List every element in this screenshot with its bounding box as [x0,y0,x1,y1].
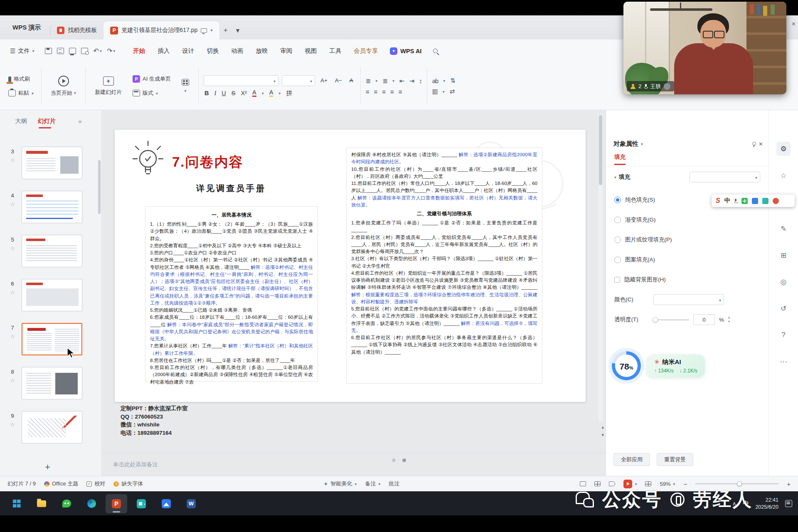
edit-icon[interactable]: ✎ [776,222,791,236]
slide-thumbnail-6[interactable] [22,279,82,311]
bullet-list-button[interactable]: ≣ [366,77,371,85]
star-icon[interactable]: ☆ [10,377,15,384]
zoom-level[interactable]: 59%▾ [660,481,675,487]
hide-background-row[interactable]: 隐藏背景图形(H) [614,270,760,290]
font-family-select[interactable]: ▾ [204,75,278,86]
nami-ai-bubble[interactable]: ✳ 纳米AI ↑ 134K/s ↓ 2.1K/s [647,355,705,377]
slide-thumbnail-8[interactable] [22,367,82,399]
ime-language-icon[interactable]: 中 [724,197,730,204]
play-from-current-button[interactable]: 当页开始▾ [47,66,80,106]
next-slide-button[interactable]: ▾ [601,432,604,438]
decrease-font-button[interactable]: A− [333,76,344,84]
italic-button[interactable]: I [214,90,216,97]
powerpoint-button[interactable]: P [106,494,127,513]
theme-button[interactable]: Office 主题 [44,480,78,488]
document-tab[interactable]: P 党建引领基层社会治理617.pp • [103,21,219,39]
tools-icon[interactable] [762,198,768,204]
strikethrough-button[interactable]: S [232,90,236,96]
transparency-stepper[interactable]: ▴▾ [728,316,730,323]
slide-sorter-button[interactable] [594,481,601,486]
panel-scrollbar[interactable] [98,160,101,214]
reset-background-button[interactable]: 重置背景 [657,453,693,466]
save-icon[interactable] [45,48,52,54]
transparency-value-input[interactable]: 0 [693,314,715,325]
floating-ime-toolbar[interactable]: S 中 [712,195,795,207]
menu-tab-8[interactable]: 视图 [299,44,322,58]
numbered-list-button[interactable]: ≣ [382,77,387,85]
menu-tab-1[interactable]: 开始 [128,44,150,58]
star-icon[interactable]: ☆ [10,333,15,340]
menu-tab-4[interactable]: 切换 [201,44,224,58]
menu-tab-5[interactable]: 动画 [226,44,249,58]
line-spacing-button[interactable]: ↕ [419,77,422,84]
tab-outline[interactable]: 大纲 [15,117,27,125]
print-icon[interactable] [69,48,76,54]
window-close-button[interactable]: × [792,20,796,28]
grid-gallery-icon[interactable]: ⊞ [776,248,791,262]
fill-option[interactable]: 图片或纹理填充(P) [614,230,760,250]
slider-knob[interactable] [653,317,658,323]
record-icon[interactable] [773,198,779,204]
fill-section-label[interactable]: ▾填充 [614,173,630,181]
bold-button[interactable]: B [204,90,209,96]
voice-input-icon[interactable] [734,199,737,203]
undo-button[interactable]: ↶▾ [93,47,101,55]
export-icon[interactable] [57,48,64,54]
justify-button[interactable]: ≡ [390,88,394,95]
questionnaire-textbox-right[interactable]: 村保障房 ⑧村改居社区 ⑨其他（请注明）______ 解答：选项②新建商品房指2… [346,148,542,384]
fill-tab[interactable]: 填充 [614,153,626,165]
slide-thumbnail-9[interactable] [22,411,82,443]
apply-all-button[interactable]: 全部应用 [613,453,650,466]
radio-icon[interactable] [614,217,621,223]
distribute-button[interactable]: ≡ [399,88,402,95]
transparency-slider[interactable] [653,319,689,320]
menu-tab-6[interactable]: 放映 [250,44,273,58]
radio-icon[interactable] [614,236,621,243]
add-slide-button[interactable]: + [45,462,50,473]
more-icon[interactable]: ⋯ [776,355,791,369]
superscript-button[interactable]: X² [241,90,247,96]
fill-option[interactable]: 渐变填充(G) [614,210,760,230]
normal-view-button[interactable] [580,481,586,486]
highlight-button[interactable]: A [269,89,273,97]
font-color-button[interactable]: A [252,89,256,97]
checkbox-icon[interactable] [614,277,620,283]
slide-thumbnail-5[interactable] [22,235,82,267]
star-icon[interactable]: ☆ [10,289,15,296]
edge-button[interactable] [81,494,102,513]
layout-button[interactable]: 版式▾ [130,88,173,99]
radio-icon[interactable] [614,256,621,263]
file-menu-button[interactable]: ☰ 文件 ▾ [6,45,38,57]
search-button[interactable] [428,45,443,57]
columns-button[interactable]: ▥ [432,88,438,95]
paste-button[interactable]: 粘贴▾ [6,88,36,99]
redo-button[interactable]: ↷▾ [107,47,115,55]
cloud-app-button[interactable] [155,494,177,513]
radio-icon[interactable] [614,197,621,203]
selection-icon[interactable]: ◎ [776,275,791,289]
taskbar-clock[interactable]: 22:41 2025/6/20 [755,497,778,511]
star-icon[interactable]: ☆ [10,245,15,251]
chevron-down-icon[interactable]: ▾ [641,142,643,146]
comments-button[interactable]: 批注 [389,480,399,488]
menu-tab-10[interactable]: 会员专享 [348,44,383,58]
text-tools-button[interactable]: ⇄ [450,88,455,95]
align-left-button[interactable]: ≡ [366,88,369,95]
object-properties-icon[interactable]: ⚙ [776,142,791,156]
history-icon[interactable]: ↺ [776,301,791,315]
vertical-text-button[interactable]: ⇅ [450,77,455,84]
start-button[interactable] [6,494,27,513]
star-icon[interactable]: ☆ [776,168,791,182]
proofing-button[interactable]: ✓校对 [86,480,105,488]
ai-generate-button[interactable]: PAI 生成单页 [130,74,173,84]
beautify-button[interactable]: ✦智能美化▾ [323,480,357,488]
star-icon[interactable]: ☆ [10,201,15,207]
previous-slide-button[interactable]: ▴ [601,424,604,430]
star-icon[interactable]: ☆ [10,421,15,428]
phonetic-button[interactable]: 拼 [286,89,292,97]
zoom-slider[interactable] [695,483,778,484]
menu-tab-9[interactable]: 工具 [324,44,347,58]
decrease-indent-button[interactable]: ⇤ [399,77,404,85]
tab-list-button[interactable]: ▾ [232,21,244,39]
notification-center-button[interactable] [785,500,792,507]
